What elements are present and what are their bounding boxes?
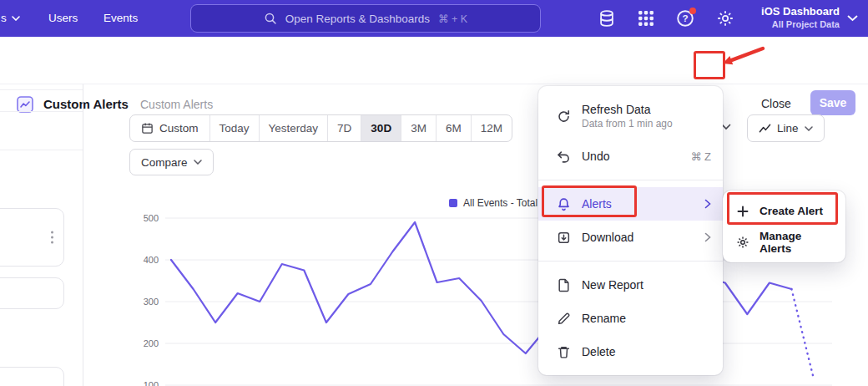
- save-button[interactable]: Save: [810, 90, 855, 115]
- new-report-icon: [557, 278, 571, 292]
- close-button[interactable]: Close: [761, 97, 791, 110]
- left-panel-card[interactable]: [0, 277, 64, 309]
- svg-text:?: ?: [682, 13, 688, 23]
- plus-icon: [736, 205, 749, 218]
- menu-divider: [538, 261, 723, 262]
- menu-item-refresh-data[interactable]: Refresh Data Data from 1 min ago: [538, 93, 723, 140]
- nav-item-partial-label: s: [1, 12, 7, 24]
- trash-icon: [557, 345, 571, 359]
- y-axis-labels: 500 400 300 200 100: [144, 213, 159, 386]
- menu-item-label: Download: [582, 231, 633, 244]
- legend-swatch: [449, 199, 457, 207]
- y-tick-label: 100: [144, 380, 159, 386]
- date-preset-label: Custom: [159, 122, 199, 135]
- chevron-down-icon: [847, 15, 858, 22]
- menu-item-undo[interactable]: Undo ⌘ Z: [538, 140, 723, 173]
- apps-grid-icon[interactable]: [637, 9, 655, 28]
- search-shortcut-hint: ⌘ + K: [438, 13, 467, 25]
- date-preset-yesterday[interactable]: Yesterday: [259, 115, 328, 141]
- date-range-segmented-control: Custom Today Yesterday 7D 30D 3M 6M 12M: [129, 114, 512, 142]
- undo-icon: [557, 150, 571, 164]
- compare-label: Compare: [141, 156, 188, 169]
- menu-item-label: Undo: [582, 150, 609, 163]
- project-switcher[interactable]: iOS Dashboard All Project Data: [761, 4, 840, 30]
- project-name: iOS Dashboard: [761, 4, 840, 18]
- chevron-down-icon: [12, 16, 20, 21]
- page-title: Custom Alerts: [43, 97, 129, 111]
- menu-item-label: Alerts: [582, 197, 612, 211]
- submenu-item-create-alert[interactable]: Create Alert: [728, 196, 840, 226]
- menu-item-label: Refresh Data: [582, 103, 673, 116]
- date-preset-today[interactable]: Today: [209, 115, 259, 141]
- left-panel-divider: [83, 84, 83, 386]
- data-management-icon[interactable]: [598, 9, 616, 28]
- top-navigation-bar: s Users Events Open Reports & Dashboards…: [0, 0, 868, 37]
- alerts-submenu: Create Alert Manage Alerts: [723, 190, 845, 262]
- left-panel-row-divider: [0, 89, 83, 90]
- menu-item-label: Rename: [582, 312, 626, 325]
- menu-item-rename[interactable]: Rename: [538, 302, 723, 335]
- compare-button[interactable]: Compare: [129, 149, 214, 175]
- menu-item-sublabel: Data from 1 min ago: [582, 118, 673, 130]
- chevron-right-icon: [704, 199, 711, 209]
- y-tick-label: 200: [144, 338, 159, 348]
- refresh-icon: [557, 109, 571, 124]
- y-tick-label: 300: [144, 297, 159, 307]
- global-search-input[interactable]: Open Reports & Dashboards ⌘ + K: [190, 4, 541, 33]
- chart-type-label: Line: [777, 122, 799, 135]
- y-tick-label: 500: [144, 213, 159, 223]
- search-placeholder: Open Reports & Dashboards: [285, 13, 430, 25]
- left-panel-row-divider: [0, 111, 83, 112]
- submenu-item-manage-alerts[interactable]: Manage Alerts: [728, 226, 840, 257]
- date-preset-custom[interactable]: Custom: [130, 115, 209, 141]
- help-icon[interactable]: ?: [676, 9, 694, 28]
- menu-item-shortcut: ⌘ Z: [690, 150, 711, 163]
- bell-icon: [557, 197, 571, 211]
- left-panel-card[interactable]: [0, 367, 64, 386]
- date-preset-6m[interactable]: 6M: [436, 115, 471, 141]
- left-panel-row-divider: [0, 150, 83, 150]
- left-panel-card[interactable]: [0, 208, 64, 267]
- date-preset-12m[interactable]: 12M: [471, 115, 512, 141]
- menu-item-label: New Report: [582, 278, 643, 292]
- report-type-icon: [17, 96, 33, 113]
- chevron-down-icon: [194, 160, 202, 165]
- nav-item-partial[interactable]: s: [1, 12, 20, 24]
- nav-item-events[interactable]: Events: [103, 12, 138, 24]
- download-icon: [557, 231, 571, 245]
- search-icon: [264, 12, 277, 25]
- chart-type-selector[interactable]: Line: [747, 114, 825, 142]
- submenu-item-label: Create Alert: [760, 205, 823, 217]
- nav-item-users[interactable]: Users: [48, 12, 78, 24]
- date-preset-30d[interactable]: 30D: [361, 115, 401, 141]
- breadcrumb: Custom Alerts: [140, 98, 213, 111]
- y-tick-label: 400: [144, 255, 159, 265]
- report-header: Custom Alerts Custom Alerts GV Duplicate…: [0, 37, 868, 84]
- notification-dot: [689, 8, 696, 14]
- context-menu: Refresh Data Data from 1 min ago Undo ⌘ …: [538, 86, 723, 375]
- menu-item-delete[interactable]: Delete: [538, 335, 723, 368]
- submenu-item-label: Manage Alerts: [760, 230, 832, 255]
- pencil-icon: [557, 312, 571, 326]
- project-scope: All Project Data: [761, 18, 840, 30]
- calendar-icon: [141, 122, 154, 135]
- menu-item-alerts[interactable]: Alerts: [538, 187, 723, 221]
- menu-divider: [538, 180, 723, 180]
- chevron-down-icon: [805, 126, 813, 131]
- menu-item-download[interactable]: Download: [538, 221, 723, 254]
- date-preset-7d[interactable]: 7D: [327, 115, 361, 141]
- menu-item-new-report[interactable]: New Report: [538, 268, 723, 302]
- legend-label: All Events - Total: [463, 197, 537, 209]
- date-preset-3m[interactable]: 3M: [401, 115, 436, 141]
- chevron-right-icon: [704, 232, 711, 242]
- menu-item-label: Delete: [582, 345, 615, 358]
- legend-item[interactable]: All Events - Total: [449, 197, 537, 209]
- gear-icon: [736, 236, 749, 249]
- kebab-menu-icon[interactable]: [51, 231, 53, 244]
- chart-line-dashed: [791, 289, 814, 379]
- line-chart-icon: [759, 122, 771, 135]
- settings-gear-icon[interactable]: [716, 9, 734, 28]
